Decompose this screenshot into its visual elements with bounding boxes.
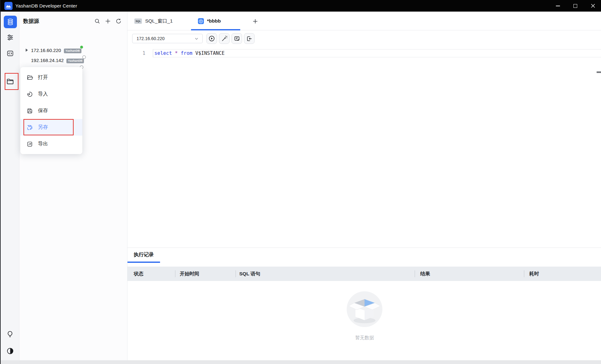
menu-item-save[interactable]: 保存 — [20, 102, 82, 119]
rail-item-theme[interactable] — [1, 347, 19, 355]
close-icon — [591, 3, 595, 8]
column-header-sql: SQL 语句 — [239, 267, 260, 281]
column-header-status: 状态 — [134, 267, 143, 281]
save-icon — [26, 107, 33, 114]
tab-bbbb[interactable]: *bbbb — [198, 12, 221, 30]
file-context-menu: 打开 导入 保存 另存 导出 — [20, 67, 82, 154]
sql-keyword: select — [154, 50, 172, 56]
results-panel: 执行记录 状态 开始时间 SQL 语句 结果 耗时 — [127, 247, 601, 364]
rail-item-datasource[interactable] — [4, 16, 17, 28]
column-header-result: 结果 — [420, 267, 430, 281]
rail-item-settings[interactable] — [1, 34, 19, 41]
scrollbar-thumb[interactable] — [597, 71, 601, 73]
sql-editor[interactable]: 1 select * from V$INSTANCE — [127, 46, 601, 247]
results-table-body: 暂无数据 — [127, 281, 601, 364]
editor-tabbar: SQL SQL_窗口_1 *bbbb — [127, 12, 601, 30]
line-number: 1 — [136, 49, 145, 57]
menu-item-label: 导入 — [38, 91, 48, 97]
menu-item-label: 保存 — [38, 107, 48, 114]
search-icon — [94, 18, 100, 24]
play-circle-icon — [208, 35, 215, 42]
app-window: YashanDB Developer Center 数 — [0, 0, 601, 364]
refresh-icon — [116, 18, 122, 24]
database-icon — [7, 18, 14, 26]
maximize-button[interactable] — [567, 0, 584, 12]
beautify-button[interactable] — [219, 33, 230, 44]
plus-icon — [252, 18, 258, 24]
results-table-header: 状态 开始时间 SQL 语句 结果 耗时 — [127, 267, 601, 281]
menu-item-export[interactable]: 导出 — [20, 136, 82, 152]
empty-text: 暂无数据 — [355, 335, 374, 341]
import-icon — [26, 91, 33, 98]
menu-item-label: 导出 — [38, 141, 48, 147]
rail-item-sql-console[interactable] — [1, 50, 19, 57]
code-line-1: select * from V$INSTANCE — [153, 49, 601, 57]
status-dot-connected — [80, 45, 83, 49]
code-icon — [7, 50, 14, 57]
minimize-icon — [556, 6, 560, 6]
app-logo-icon — [4, 2, 13, 10]
connection-row[interactable]: 192.168.24.142 YashanDB — [19, 55, 127, 65]
connection-host: 172.16.60.220 — [31, 48, 61, 53]
folder-open-icon — [26, 74, 33, 81]
chevron-down-icon — [194, 37, 199, 41]
connection-select-value: 172.16.60.220 — [137, 36, 194, 41]
connection-badge: YashanDB — [64, 47, 81, 53]
empty-box-illustration — [344, 290, 385, 330]
annotation-box-save-as — [23, 119, 74, 135]
document-check-icon — [234, 35, 240, 42]
connection-badge: YashanDB — [66, 57, 84, 63]
column-separator[interactable] — [415, 270, 415, 277]
active-tab-indicator — [191, 29, 240, 30]
app-title: YashanDB Developer Center — [15, 3, 77, 8]
connection-row[interactable]: 172.16.60.220 YashanDB — [19, 45, 127, 55]
menu-item-import[interactable]: 导入 — [20, 86, 82, 102]
datasource-panel: 数据源 172.16.60.220 YashanDB 192.168.24.14… — [19, 12, 127, 364]
activity-rail — [1, 12, 19, 364]
expand-caret-icon[interactable] — [26, 49, 28, 52]
search-button[interactable] — [94, 18, 100, 24]
magic-wand-icon — [221, 35, 228, 42]
contrast-icon — [6, 347, 14, 355]
sql-file-icon: SQL — [134, 18, 142, 24]
results-tabbar: 执行记录 — [127, 248, 601, 263]
panel-toolbar — [94, 18, 122, 24]
connection-select[interactable]: 172.16.60.220 — [132, 34, 203, 43]
add-connection-button[interactable] — [105, 18, 111, 24]
refresh-button[interactable] — [115, 18, 122, 24]
sql-identifier: V$INSTANCE — [195, 50, 225, 56]
tab-label: *bbbb — [207, 18, 221, 24]
menu-item-open[interactable]: 打开 — [20, 69, 82, 86]
column-header-starttime: 开始时间 — [180, 267, 199, 281]
explain-plan-button[interactable] — [231, 33, 242, 44]
lightbulb-icon — [6, 330, 14, 338]
export-result-button[interactable] — [244, 33, 255, 44]
maximize-icon — [573, 4, 577, 8]
run-button[interactable] — [206, 33, 217, 44]
tab-sql-window-1[interactable]: SQL SQL_窗口_1 — [134, 12, 173, 30]
menu-item-label: 打开 — [38, 74, 48, 81]
panel-title: 数据源 — [23, 18, 39, 25]
empty-state: 暂无数据 — [127, 290, 601, 341]
tab-execution-log[interactable]: 执行记录 — [127, 248, 160, 263]
rail-item-tips[interactable] — [1, 330, 19, 338]
minimize-button[interactable] — [549, 0, 567, 12]
bottom-scrollbar-track[interactable] — [1, 360, 601, 364]
column-separator[interactable] — [236, 270, 236, 277]
export-icon — [26, 141, 33, 148]
sliders-icon — [7, 34, 14, 41]
titlebar: YashanDB Developer Center — [1, 0, 601, 12]
main-area: SQL SQL_窗口_1 *bbbb 172.16.60.220 — [127, 12, 601, 364]
sql-keyword: from — [181, 50, 192, 56]
import-box-icon — [246, 35, 253, 42]
close-button[interactable] — [584, 0, 601, 12]
plus-icon — [105, 18, 111, 24]
unsaved-file-icon — [198, 18, 204, 24]
status-dot-disconnected — [82, 55, 86, 59]
column-separator[interactable] — [524, 270, 524, 277]
new-tab-button[interactable] — [252, 18, 258, 24]
editor-toolbar: 172.16.60.220 — [127, 31, 601, 46]
sql-operator: * — [175, 50, 178, 56]
column-separator[interactable] — [175, 270, 175, 277]
tab-label: SQL_窗口_1 — [145, 18, 173, 24]
